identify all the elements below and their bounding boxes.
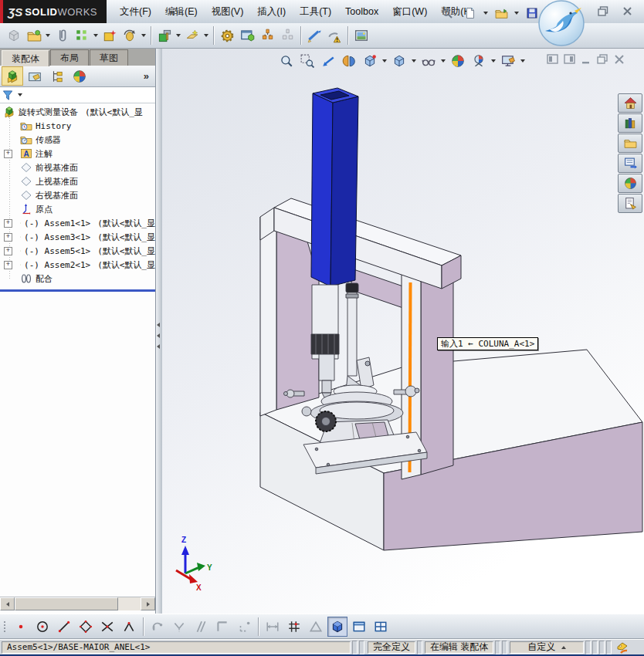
- tree-item-assem5[interactable]: + (-) Assem5<1> (默认<默认_显: [0, 244, 155, 258]
- view-palette-button[interactable]: [618, 154, 642, 173]
- tree-item-assem1[interactable]: + (-) Assem1<1> (默认<默认_显: [0, 216, 155, 230]
- view-orientation-dropdown[interactable]: [382, 59, 387, 63]
- save-dropdown[interactable]: [545, 12, 550, 15]
- left-post-front-face[interactable]: [260, 217, 276, 416]
- reference-geometry-button[interactable]: [182, 25, 202, 46]
- menu-file[interactable]: 文件(F): [113, 3, 158, 20]
- edit-appearance-dropdown[interactable]: [520, 59, 525, 63]
- assembly-features-dropdown[interactable]: [176, 34, 181, 37]
- sketch-point-button[interactable]: [11, 617, 31, 637]
- motion-gear-button[interactable]: [217, 25, 237, 46]
- reference-geometry-dropdown[interactable]: [204, 34, 208, 37]
- tree-item-assem2[interactable]: + (-) Assem2<1> (默认<默认_显: [0, 258, 155, 272]
- filter-dropdown[interactable]: [18, 93, 22, 96]
- appearances-scenes-button[interactable]: [618, 174, 642, 193]
- zoom-to-fit-button[interactable]: [276, 51, 297, 71]
- menu-insert[interactable]: 插入(I): [250, 3, 293, 20]
- apply-scene-button[interactable]: [448, 51, 468, 71]
- splitter-collapse-handle[interactable]: [157, 323, 160, 349]
- add-relation-button[interactable]: [147, 617, 168, 637]
- tree-item-assem3[interactable]: + (-) Assem3<1> (默认<默认_显: [0, 230, 155, 244]
- scroll-left-button[interactable]: [0, 597, 15, 610]
- new-document-button[interactable]: [460, 3, 480, 23]
- shaded-with-edges-button[interactable]: [327, 617, 347, 637]
- selected-column-part[interactable]: [311, 88, 358, 286]
- save-button[interactable]: [522, 3, 542, 23]
- expand-toggle[interactable]: +: [4, 261, 12, 269]
- menu-edit[interactable]: 编辑(E): [158, 3, 205, 20]
- close-button[interactable]: [619, 5, 636, 18]
- rotate-component-button[interactable]: [120, 25, 140, 46]
- display-manager-tab[interactable]: [69, 66, 90, 86]
- open-button[interactable]: [491, 3, 511, 23]
- custom-properties-button[interactable]: [618, 194, 642, 213]
- toolbar-grip[interactable]: [4, 621, 5, 632]
- interference-detection-button[interactable]: [324, 25, 344, 46]
- tree-item-history[interactable]: History: [0, 119, 155, 133]
- tab-assembly[interactable]: 装配体: [2, 50, 49, 66]
- mirror-entities-button[interactable]: [169, 617, 189, 637]
- polygon-button[interactable]: [76, 617, 96, 637]
- tab-layout[interactable]: 布局: [50, 49, 89, 66]
- pane-left-button[interactable]: [547, 54, 558, 65]
- view-settings-button[interactable]: [469, 51, 489, 71]
- image-capture-button[interactable]: [351, 25, 371, 46]
- section-view-button[interactable]: [339, 51, 359, 71]
- doc-restore-button[interactable]: [597, 54, 608, 65]
- hide-show-dropdown[interactable]: [441, 59, 446, 63]
- search-button[interactable]: [437, 3, 457, 23]
- custom-status-dropdown[interactable]: 自定义: [510, 641, 584, 654]
- graphics-viewport[interactable]: Z Y X: [162, 49, 644, 614]
- assembly-features-button[interactable]: [154, 25, 175, 46]
- quickbar-overflow[interactable]: E.: [555, 8, 563, 18]
- measure-button[interactable]: [304, 25, 324, 46]
- design-library-button[interactable]: [618, 113, 642, 133]
- view-orientation-button[interactable]: [360, 51, 380, 71]
- smart-dimension-button[interactable]: [263, 617, 283, 637]
- tree-item-front-plane[interactable]: 前视基准面: [0, 161, 155, 174]
- tab-sketch[interactable]: 草图: [90, 49, 128, 66]
- circle-button[interactable]: [32, 617, 53, 637]
- display-style-button[interactable]: [389, 51, 409, 71]
- expand-toggle[interactable]: +: [4, 150, 12, 158]
- tree-item-top-plane[interactable]: 上视基准面: [0, 174, 155, 188]
- menu-toolbox[interactable]: Toolbox: [338, 3, 385, 20]
- tree-item-right-plane[interactable]: 右视基准面: [0, 188, 155, 202]
- parallel-relation-button[interactable]: [191, 617, 211, 637]
- trim-entities-button[interactable]: [97, 617, 117, 637]
- panel-horizontal-scrollbar[interactable]: [0, 597, 155, 610]
- grid-snap-button[interactable]: [284, 617, 304, 637]
- rotate-component-dropdown[interactable]: [141, 34, 146, 37]
- assembly-visualization-button[interactable]: [237, 25, 257, 46]
- edit-appearance-button[interactable]: [498, 51, 518, 71]
- tree-splitter[interactable]: [0, 289, 155, 292]
- single-view-button[interactable]: [349, 617, 369, 637]
- filter-funnel-icon[interactable]: [2, 90, 14, 101]
- explode-line-sketch-button[interactable]: [277, 25, 297, 46]
- open-part-dropdown[interactable]: [46, 34, 50, 37]
- right-post-right-face[interactable]: [421, 259, 453, 475]
- doc-close-button[interactable]: [614, 54, 625, 65]
- perpendicular-relation-button[interactable]: [212, 617, 232, 637]
- open-dropdown[interactable]: [514, 12, 519, 15]
- tree-item-root[interactable]: 旋转式测量设备 (默认<默认_显: [0, 105, 155, 119]
- tree-item-mates[interactable]: 配合: [0, 272, 155, 286]
- smart-fasteners-button[interactable]: [100, 25, 120, 46]
- linear-component-pattern-button[interactable]: [72, 25, 92, 46]
- zoom-to-area-button[interactable]: [297, 51, 317, 71]
- expand-toggle[interactable]: +: [4, 233, 12, 242]
- hide-show-items-button[interactable]: [419, 51, 439, 71]
- configuration-manager-tab[interactable]: [46, 66, 68, 86]
- menu-tools[interactable]: 工具(T): [293, 3, 338, 20]
- solidworks-resources-button[interactable]: [618, 93, 642, 113]
- open-part-button[interactable]: [24, 25, 44, 46]
- insert-components-button[interactable]: [4, 25, 24, 46]
- exploded-view-button[interactable]: [257, 25, 277, 46]
- scrollbar-track[interactable]: [118, 597, 141, 610]
- property-manager-tab[interactable]: [24, 66, 46, 86]
- expand-toggle[interactable]: +: [4, 247, 12, 255]
- tree-item-origin[interactable]: 原点: [0, 202, 155, 216]
- featuremanager-tree-tab[interactable]: [2, 66, 23, 86]
- menu-window[interactable]: 窗口(W): [385, 3, 434, 20]
- tree-item-sensors[interactable]: 传感器: [0, 133, 155, 147]
